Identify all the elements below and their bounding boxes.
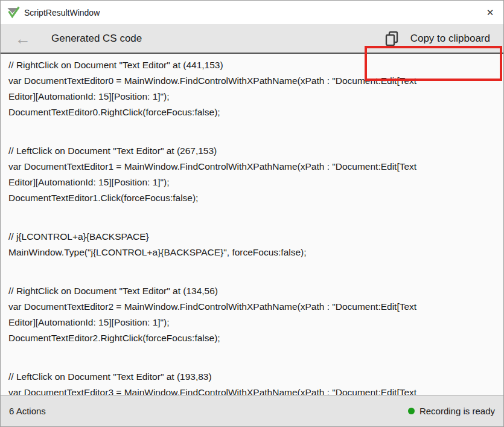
code-line: // LeftClick on Document "Text Editor" a… (8, 369, 503, 385)
copy-button-label: Copy to clipboard (410, 33, 490, 45)
generated-code-area[interactable]: // RightClick on Document "Text Editor" … (1, 54, 503, 395)
code-line: var DocumentTextEditor0 = MainWindow.Fin… (8, 73, 503, 89)
code-line: DocumentTextEditor1.Click(forceFocus:fal… (8, 190, 503, 206)
header-bar: ← Generated CS code Copy to clipboard (1, 24, 503, 54)
code-line: // RightClick on Document "Text Editor" … (8, 283, 503, 299)
close-icon[interactable]: ✕ (477, 1, 503, 24)
code-line: // j{LCONTROL+a}{BACKSPACE} (8, 229, 503, 245)
code-line: DocumentTextEditor2.RightClick(forceFocu… (8, 330, 503, 346)
window-title: ScriptResultWindow (24, 8, 100, 18)
green-status-dot-icon (408, 408, 415, 414)
code-line: // LeftClick on Document "Text Editor" a… (8, 143, 503, 159)
code-line: // RightClick on Document "Text Editor" … (8, 57, 503, 73)
code-block: // LeftClick on Document "Text Editor" a… (8, 369, 503, 395)
code-line: DocumentTextEditor0.RightClick(forceFocu… (8, 104, 503, 120)
actions-count: 6 Actions (9, 406, 46, 416)
code-block: // RightClick on Document "Text Editor" … (8, 57, 503, 120)
title-bar: ScriptResultWindow ✕ (1, 1, 503, 24)
status-text: Recording is ready (419, 406, 495, 416)
code-line: var DocumentTextEditor2 = MainWindow.Fin… (8, 299, 503, 315)
copy-pages-icon (384, 30, 400, 47)
code-line: Editor][AutomationId: 15][Position: 1]")… (8, 315, 503, 330)
page-title: Generated CS code (51, 33, 142, 45)
app-logo-icon (7, 6, 20, 19)
code-block: // LeftClick on Document "Text Editor" a… (8, 143, 503, 206)
back-arrow-icon[interactable]: ← (15, 31, 31, 47)
code-line: MainWindow.Type("j{LCONTROL+a}{BACKSPACE… (8, 245, 503, 260)
recording-status: Recording is ready (408, 406, 495, 416)
code-line: var DocumentTextEditor1 = MainWindow.Fin… (8, 159, 503, 175)
copy-to-clipboard-button[interactable]: Copy to clipboard (384, 30, 490, 47)
code-line: Editor][AutomationId: 15][Position: 1]")… (8, 89, 503, 104)
status-bar: 6 Actions Recording is ready (1, 395, 503, 426)
code-block: // RightClick on Document "Text Editor" … (8, 283, 503, 346)
script-result-window: ScriptResultWindow ✕ ← Generated CS code… (0, 0, 504, 427)
code-line: Editor][AutomationId: 15][Position: 1]")… (8, 175, 503, 190)
code-block: // j{LCONTROL+a}{BACKSPACE}MainWindow.Ty… (8, 229, 503, 260)
code-line: var DocumentTextEditor3 = MainWindow.Fin… (8, 385, 503, 395)
